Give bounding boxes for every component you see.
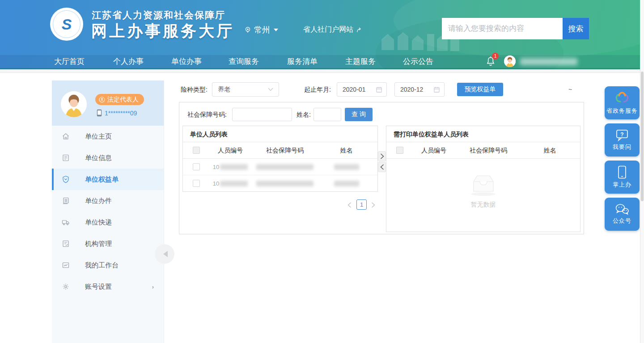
redacted-ssn <box>256 164 314 170</box>
nav-item-query[interactable]: 查询服务 <box>229 55 259 68</box>
chevron-left-icon <box>347 202 352 208</box>
name-label: 姓名: <box>297 108 311 121</box>
wechat-icon <box>615 203 629 215</box>
sidebar-item-unit-rights-sheet[interactable]: 单位权益单 <box>52 169 164 190</box>
empty-state: 暂无数据 <box>386 173 580 209</box>
caret-down-icon <box>274 29 278 31</box>
nav-item-service-list[interactable]: 服务清单 <box>287 55 318 68</box>
workbench-icon <box>62 261 70 269</box>
home-icon <box>62 132 70 140</box>
portal-link[interactable]: 省人社门户网站 <box>303 25 363 34</box>
search-input[interactable] <box>442 18 563 39</box>
nav-item-home[interactable]: 大厅首页 <box>54 55 85 68</box>
sidebar-item-unit-files[interactable]: 单位办件 <box>52 190 164 212</box>
sidebar-item-unit-home[interactable]: 单位主页 <box>52 126 164 147</box>
transfer-left-button[interactable] <box>378 162 386 172</box>
page-scrollbar[interactable] <box>640 0 644 343</box>
nav-item-announcements[interactable]: 公示公告 <box>403 55 433 68</box>
collapse-arrow-icon <box>163 251 168 257</box>
nav-item-unit[interactable]: 单位办事 <box>171 55 202 68</box>
location-pin-icon <box>244 26 252 34</box>
submenu-arrow-icon: › <box>152 284 154 290</box>
org-name: 江苏省人力资源和社会保障厅 <box>92 9 225 21</box>
phone-row: 1*********09 <box>97 109 137 117</box>
unit-info-icon <box>62 154 70 162</box>
period-end-input[interactable]: 2020-12 <box>394 82 445 97</box>
header-shadow-strip <box>0 69 644 73</box>
select-all-checkbox[interactable] <box>193 147 200 154</box>
pagination-next-button[interactable] <box>371 201 377 208</box>
select-all-checkbox[interactable] <box>396 147 403 154</box>
calendar-icon <box>433 86 440 93</box>
profile-card: 法定代表人 1*********09 <box>52 80 164 126</box>
quick-gov-services-button[interactable]: 省政务服务 <box>605 86 640 119</box>
row-checkbox[interactable] <box>193 180 200 187</box>
main-panel: 社会保障号码: 姓名: 查 询 单位人员列表 人员编号 社会保障号码 姓名 10… <box>179 102 584 234</box>
mobile-phone-icon <box>618 165 627 179</box>
external-link-icon <box>356 26 363 34</box>
column-person-id: 人员编号 <box>205 142 255 159</box>
calendar-icon <box>376 86 382 93</box>
preview-rights-sheet-button[interactable]: 预览权益单 <box>457 83 503 96</box>
city-selector[interactable]: 常州 <box>244 24 278 36</box>
insurance-type-label: 险种类型: <box>181 82 208 97</box>
insurance-type-select[interactable]: 养老 <box>212 82 279 97</box>
transfer-right-button[interactable] <box>378 151 386 161</box>
name-input[interactable] <box>314 108 341 121</box>
search-button[interactable]: 搜索 <box>563 18 589 39</box>
quick-mobile-button[interactable]: 掌上办 <box>605 161 640 194</box>
unit-files-icon <box>62 197 70 205</box>
redacted-person-id <box>220 164 248 170</box>
gov-cloud-icon <box>614 91 630 105</box>
print-table-title: 需打印单位权益单人员列表 <box>386 126 580 142</box>
nav-item-themes[interactable]: 主题服务 <box>345 55 376 68</box>
redacted-person-id <box>220 181 248 186</box>
empty-text: 暂无数据 <box>386 201 580 209</box>
person-badge-icon <box>99 97 105 103</box>
sidebar-item-unit-info[interactable]: 单位信息 <box>52 147 164 169</box>
column-ssn: 社会保障号码 <box>459 142 518 159</box>
sidebar-item-org-manage[interactable]: 机构管理 <box>52 233 164 254</box>
column-name: 姓名 <box>314 142 378 159</box>
sidebar-item-workbench[interactable]: 我的工作台 <box>52 254 164 276</box>
org-manage-icon <box>62 240 70 248</box>
role-badge: 法定代表人 <box>95 94 144 105</box>
quick-panel: 省政务服务 ? 我要问 掌上办 <box>605 86 640 235</box>
redacted-name <box>334 181 359 186</box>
filter-bar: 险种类型: 养老 起止年月: 2020-01 ~ 2020-12 预览权益单 <box>179 82 584 97</box>
pagination-page-1[interactable]: 1 <box>356 199 367 210</box>
sidebar-item-account-settings[interactable]: 账号设置 › <box>52 276 164 297</box>
rights-sheet-icon <box>62 175 70 183</box>
query-button[interactable]: 查 询 <box>345 108 373 121</box>
sidebar-collapse-handle[interactable] <box>155 244 174 264</box>
jiangsu-hrss-logo: S <box>50 8 83 41</box>
quick-ask-button[interactable]: ? 我要问 <box>605 123 640 157</box>
staff-table: 单位人员列表 人员编号 社会保障号码 姓名 10 10 <box>182 126 378 192</box>
column-name: 姓名 <box>518 142 582 159</box>
page-title: 网上办事服务大厅 <box>91 21 234 42</box>
quick-wechat-button[interactable]: 公众号 <box>605 198 640 231</box>
sidebar-item-unit-express[interactable]: 单位快递 <box>52 212 164 233</box>
chevron-down-icon <box>268 88 273 91</box>
staff-table-title: 单位人员列表 <box>183 126 377 142</box>
redacted-name <box>334 164 359 170</box>
scrollbar-thumb[interactable] <box>641 72 644 201</box>
chevron-right-icon <box>380 153 384 159</box>
redacted-ssn <box>256 181 314 186</box>
column-person-id: 人员编号 <box>409 142 459 159</box>
print-table: 需打印单位权益单人员列表 人员编号 社会保障号码 姓名 暂无数据 <box>386 126 580 232</box>
settings-gear-icon <box>62 283 70 291</box>
table-row[interactable]: 10 <box>183 175 377 192</box>
main-nav: 大厅首页 个人办事 单位办事 查询服务 服务清单 主题服务 公示公告 1 <box>0 55 644 69</box>
period-label: 起止年月: <box>304 82 331 97</box>
user-avatar[interactable] <box>504 55 516 67</box>
ssn-input[interactable] <box>232 108 292 121</box>
row-checkbox[interactable] <box>193 163 200 170</box>
header-search: 搜索 <box>442 18 589 39</box>
pagination-prev-button[interactable] <box>347 201 354 208</box>
header: S 江苏省人力资源和社会保障厅 网上办事服务大厅 常州 省人社门户网站 搜索 <box>0 0 644 69</box>
table-row[interactable]: 10 <box>183 159 377 175</box>
period-start-input[interactable]: 2020-01 <box>337 82 387 97</box>
user-name-redacted <box>520 58 577 65</box>
nav-item-personal[interactable]: 个人办事 <box>113 55 144 68</box>
